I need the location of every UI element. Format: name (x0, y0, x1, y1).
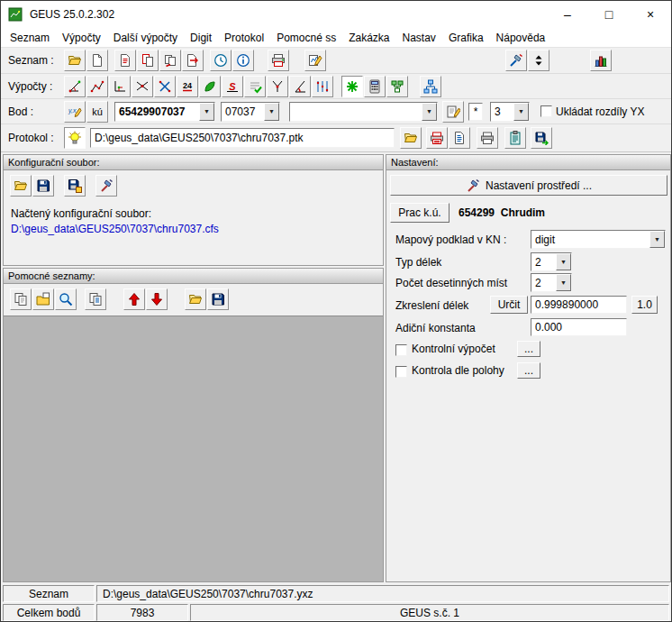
decimal-places-combo[interactable]: 3 ▼ (490, 102, 530, 122)
environment-settings-button[interactable]: Nastavení prostředí ... (390, 175, 667, 196)
toolbar-gap (550, 59, 590, 61)
wildcard-field[interactable] (468, 103, 483, 121)
position-check-options-button[interactable]: ... (517, 362, 540, 379)
point-edit-button[interactable] (442, 101, 464, 123)
calc-star-icon (345, 79, 359, 94)
open-config-button[interactable] (10, 175, 32, 197)
chevron-down-icon[interactable]: ▼ (556, 253, 571, 270)
coordinates-button[interactable] (267, 76, 288, 97)
menu-grafika[interactable]: Grafika (442, 29, 490, 47)
graphics-window-button[interactable] (341, 76, 363, 97)
export-protocol-button[interactable] (531, 127, 552, 149)
config-loaded-path[interactable]: D:\geus_data\GEUS250\7037\chru7037.cfs (4, 220, 383, 238)
determine-scale-button[interactable]: Určit (490, 296, 528, 314)
chevron-down-icon[interactable]: ▼ (199, 103, 214, 121)
angle-button[interactable] (289, 76, 311, 97)
decimals-combo[interactable]: 2 ▼ (531, 273, 572, 292)
export-list-button[interactable] (182, 50, 204, 71)
menu-výpočty[interactable]: Výpočty (56, 29, 107, 47)
print-protocol-pages-button[interactable] (426, 127, 448, 149)
merge-lists-button[interactable] (159, 50, 181, 71)
traverse-button[interactable] (86, 76, 108, 97)
calc-network-icon (423, 79, 438, 94)
control-calculation-label: Kontrolní výpočet (412, 343, 495, 355)
close-button[interactable]: × (630, 1, 671, 28)
save-config-button[interactable] (32, 175, 54, 197)
area-button[interactable] (199, 76, 221, 97)
menu-zakázka[interactable]: Zakázka (342, 29, 395, 47)
menu-nastav[interactable]: Nastav (396, 29, 442, 47)
working-cadastre-button[interactable]: Prac k.ú. (390, 203, 450, 223)
open-list-button[interactable] (64, 50, 86, 71)
chevron-down-icon[interactable]: ▼ (422, 103, 437, 121)
polar-method-button[interactable] (64, 76, 86, 97)
point-description-combo[interactable]: ▼ (289, 102, 438, 122)
calculator-button[interactable] (364, 76, 386, 97)
menu-pomocné-ss[interactable]: Pomocné ss (270, 29, 342, 47)
map-base-combo[interactable]: digit ▼ (531, 230, 666, 249)
point-number-combo[interactable]: 65429907037 ▼ (114, 102, 215, 122)
print-protocol-button[interactable] (477, 127, 498, 149)
intersection-button[interactable] (132, 76, 153, 97)
doc-new-icon (90, 53, 104, 68)
check-measures-button[interactable] (244, 76, 266, 97)
helper-list-area[interactable] (4, 316, 383, 581)
menu-další-výpočty[interactable]: Další výpočty (107, 29, 184, 47)
map-base-value: digit (531, 231, 649, 248)
code-table-button[interactable] (386, 76, 408, 97)
view-protocol-button[interactable] (449, 127, 470, 149)
view-helper-button[interactable] (55, 288, 77, 310)
duplicate-helper-button[interactable] (85, 288, 106, 310)
move-down-button[interactable] (146, 288, 168, 310)
chevron-down-icon[interactable]: ▼ (556, 274, 571, 291)
protocol-enabled-button[interactable] (64, 127, 86, 149)
print-list-button[interactable] (114, 50, 136, 71)
point-yx-button[interactable]: y,x (64, 101, 86, 123)
save-helper-button[interactable] (207, 288, 229, 310)
menu-digit[interactable]: Digit (184, 29, 218, 47)
config-tools-button[interactable] (95, 175, 117, 197)
menu-protokol[interactable]: Protokol (218, 29, 270, 47)
info-button[interactable] (232, 50, 254, 71)
copy-helper-button[interactable] (10, 288, 32, 310)
control-calculation-checkbox[interactable] (395, 344, 407, 356)
list-tools-button[interactable] (505, 50, 527, 71)
menu-nápověda[interactable]: Nápověda (490, 29, 552, 47)
load-helper-button[interactable] (185, 288, 206, 310)
sort-list-button[interactable] (528, 50, 549, 71)
position-check-checkbox[interactable] (395, 366, 407, 378)
curve-button[interactable]: S (222, 76, 243, 97)
maximize-button[interactable]: □ (588, 1, 630, 28)
minimize-button[interactable]: – (547, 1, 588, 28)
control-calculation-options-button[interactable]: ... (517, 341, 540, 357)
chevron-down-icon[interactable]: ▼ (649, 231, 665, 248)
profile-button[interactable] (312, 76, 333, 97)
menu-seznam[interactable]: Seznam (4, 29, 56, 47)
addition-constant-input[interactable] (531, 318, 627, 336)
open-helper-button[interactable] (32, 288, 54, 310)
columns-button[interactable] (590, 50, 612, 71)
length-type-combo[interactable]: 2 ▼ (531, 252, 572, 271)
orthogonal-button[interactable] (109, 76, 131, 97)
chevron-down-icon[interactable]: ▼ (264, 103, 279, 121)
ukladat-rozdily-checkbox[interactable] (540, 105, 552, 117)
copy-list-button[interactable] (137, 50, 159, 71)
move-up-button[interactable] (123, 288, 145, 310)
network-adjustment-button[interactable] (420, 76, 441, 97)
save-config-as-button[interactable] (64, 175, 86, 197)
scale-distortion-input[interactable] (531, 296, 627, 314)
print-points-button[interactable] (268, 50, 289, 71)
point-prefix-combo[interactable]: 07037 ▼ (221, 102, 280, 122)
chevron-down-icon[interactable]: ▼ (513, 103, 529, 121)
resection-button[interactable] (154, 76, 176, 97)
edit-graphics-button[interactable] (304, 50, 326, 71)
reset-scale-button[interactable]: 1.0 (631, 296, 658, 314)
clipboard-button[interactable] (504, 127, 526, 149)
helper-lists-panel: Pomocné seznamy: (3, 268, 384, 582)
cadastre-unit-button[interactable]: kú (86, 101, 108, 123)
protocol-path-input[interactable] (90, 128, 395, 148)
open-protocol-button[interactable] (400, 127, 422, 149)
new-list-button[interactable] (86, 50, 108, 71)
history-button[interactable] (210, 50, 232, 71)
transformation-button[interactable]: 24 (177, 76, 198, 97)
